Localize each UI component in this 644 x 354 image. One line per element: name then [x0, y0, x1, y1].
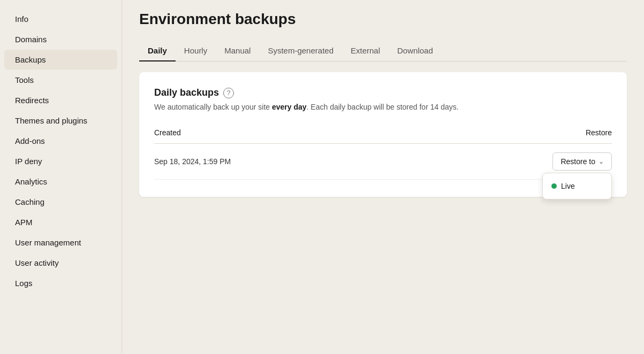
- tab-daily[interactable]: Daily: [139, 41, 176, 61]
- dropdown-item-live[interactable]: Live: [543, 176, 611, 196]
- backups-card: Daily backups ? We automatically back up…: [139, 72, 627, 197]
- sidebar-item-redirects[interactable]: Redirects: [4, 90, 117, 110]
- tab-external[interactable]: External: [342, 41, 389, 61]
- backup-table: Created Restore Sep 18, 2024, 1:59 PM Re…: [154, 124, 612, 180]
- sidebar-item-caching[interactable]: Caching: [4, 192, 117, 212]
- table-row: Sep 18, 2024, 1:59 PM Restore to ⌄ Live: [154, 144, 612, 180]
- tab-hourly[interactable]: Hourly: [176, 41, 216, 61]
- sidebar-item-user-activity[interactable]: User activity: [4, 253, 117, 273]
- page-title: Environment backups: [139, 11, 627, 28]
- sidebar-item-tools[interactable]: Tools: [4, 70, 117, 90]
- main-content: Environment backups Daily Hourly Manual …: [122, 0, 644, 354]
- restore-dropdown: Live: [542, 173, 612, 199]
- sidebar: Info Domains Backups Tools Redirects The…: [0, 0, 122, 354]
- restore-wrapper: Restore to ⌄ Live: [552, 152, 612, 171]
- chevron-down-icon: ⌄: [598, 158, 604, 165]
- restore-to-label: Restore to: [560, 157, 595, 166]
- sidebar-item-user-management[interactable]: User management: [4, 233, 117, 252]
- sidebar-item-info[interactable]: Info: [4, 9, 117, 29]
- col-restore: Restore: [412, 124, 612, 144]
- tab-download[interactable]: Download: [389, 41, 442, 61]
- sidebar-item-domains[interactable]: Domains: [4, 29, 117, 49]
- sidebar-item-backups[interactable]: Backups: [4, 50, 117, 70]
- live-status-dot: [551, 183, 557, 189]
- card-description: We automatically back up your site every…: [154, 103, 612, 111]
- sidebar-item-logs[interactable]: Logs: [4, 273, 117, 293]
- sidebar-item-themes-plugins[interactable]: Themes and plugins: [4, 111, 117, 130]
- card-title: Daily backups: [154, 87, 219, 98]
- tab-system-generated[interactable]: System-generated: [259, 41, 342, 61]
- backup-created-date: Sep 18, 2024, 1:59 PM: [154, 144, 412, 180]
- col-created: Created: [154, 124, 412, 144]
- tabs-bar: Daily Hourly Manual System-generated Ext…: [139, 41, 627, 61]
- help-icon[interactable]: ?: [223, 88, 234, 98]
- sidebar-item-add-ons[interactable]: Add-ons: [4, 131, 117, 151]
- restore-to-button[interactable]: Restore to ⌄: [552, 152, 612, 171]
- sidebar-item-apm[interactable]: APM: [4, 212, 117, 232]
- sidebar-item-ip-deny[interactable]: IP deny: [4, 151, 117, 171]
- restore-cell: Restore to ⌄ Live: [412, 144, 612, 180]
- card-title-row: Daily backups ?: [154, 87, 612, 98]
- live-label: Live: [561, 182, 575, 190]
- sidebar-item-analytics[interactable]: Analytics: [4, 172, 117, 191]
- tab-manual[interactable]: Manual: [216, 41, 259, 61]
